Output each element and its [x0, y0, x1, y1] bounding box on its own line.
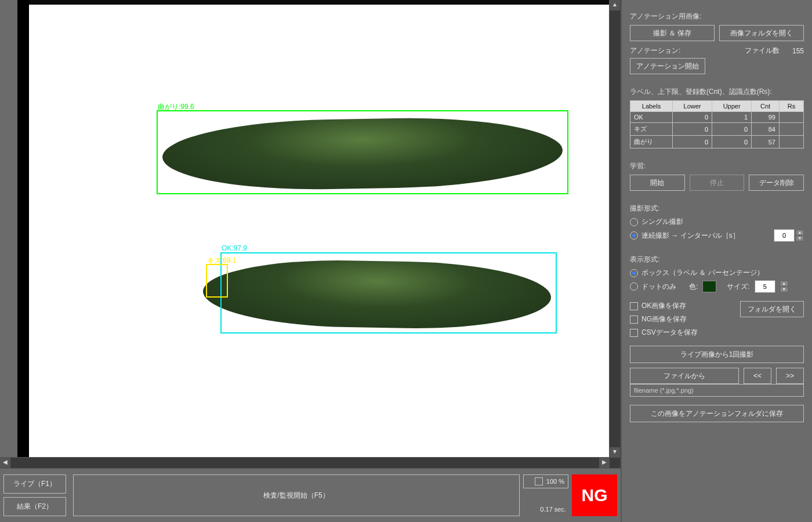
detection-label: キズ:69.1	[207, 256, 237, 266]
scroll-down-icon[interactable]: ▼	[610, 447, 620, 458]
scroll-right-icon[interactable]: ▶	[599, 458, 610, 468]
learn-label: 学習:	[630, 161, 804, 171]
result-button[interactable]: 結果（F2）	[3, 497, 66, 516]
table-header: Rs	[780, 101, 804, 112]
shot-mode-label: 撮影形式:	[630, 204, 804, 213]
table-header: Cnt	[752, 101, 780, 112]
save-to-annotation-folder-button[interactable]: この画像をアノテーションフォルダに保存	[630, 405, 804, 422]
live-button[interactable]: ライブ（F1）	[3, 474, 66, 494]
color-label: 色:	[689, 282, 698, 292]
save-ok-checkbox[interactable]: OK画像を保存	[630, 301, 698, 311]
scroll-left-icon[interactable]: ◀	[0, 458, 10, 468]
table-header: Upper	[712, 101, 752, 112]
inspect-start-button[interactable]: 検査/監視開始（F5）	[73, 474, 520, 516]
table-header: Labels	[630, 101, 673, 112]
file-count-label: ファイル数	[745, 46, 780, 56]
file-count-value: 155	[784, 47, 804, 55]
table-row[interactable]: OK0199	[630, 112, 804, 123]
detection-box: OK:97.9	[220, 252, 557, 334]
dot-size-input[interactable]	[755, 280, 775, 293]
label-table[interactable]: LabelsLowerUpperCntRs OK0199キズ0084曲がり005…	[630, 100, 804, 148]
inference-time: 0.17 sec.	[523, 488, 568, 516]
next-file-button[interactable]: >>	[776, 368, 804, 384]
shot-continuous-radio[interactable]: 連続撮影 → インターバル［s］	[630, 231, 740, 241]
image-viewer[interactable]: 曲がり:99.6OK:97.9キズ:69.1 ▲ ▼ ◀ ▶	[0, 0, 621, 468]
vertical-scrollbar[interactable]: ▲ ▼	[609, 0, 620, 458]
detection-label: 曲がり:99.6	[158, 102, 194, 112]
detection-box: キズ:69.1	[206, 264, 228, 298]
capture-save-button[interactable]: 撮影 ＆ 保存	[630, 25, 715, 41]
dot-color-swatch[interactable]	[702, 281, 716, 292]
learn-delete-button[interactable]: データ削除	[749, 175, 804, 191]
image-canvas: 曲がり:99.6OK:97.9キズ:69.1	[17, 0, 609, 458]
open-image-folder-button[interactable]: 画像フォルダを開く	[719, 25, 804, 41]
detection-box: 曲がり:99.6	[157, 110, 568, 194]
annotation-start-button[interactable]: アノテーション開始	[630, 58, 705, 74]
display-dot-radio[interactable]: ドットのみ	[630, 282, 676, 292]
learn-stop-button: 停止	[690, 175, 745, 191]
result-status-badge: NG	[572, 474, 617, 516]
size-label: サイズ:	[727, 282, 749, 292]
horizontal-scrollbar[interactable]: ◀ ▶	[0, 457, 610, 468]
table-header: Lower	[672, 101, 712, 112]
filename-field[interactable]: filename (*.jpg,*.png)	[630, 384, 804, 397]
interval-spinner[interactable]: ▲▼	[796, 230, 804, 241]
bottom-bar: ライブ（F1） 結果（F2） 検査/監視開始（F5） 100 % 0.17 se…	[0, 468, 621, 522]
save-csv-checkbox[interactable]: CSVデータを保存	[630, 328, 698, 338]
side-panel: アノテーション用画像: 撮影 ＆ 保存 画像フォルダを開く アノテーション: フ…	[621, 0, 812, 522]
zoom-checkbox[interactable]	[535, 477, 543, 485]
annotation-image-label: アノテーション用画像:	[630, 12, 804, 21]
zoom-value: 100 %	[546, 478, 564, 485]
from-file-button[interactable]: ファイルから	[630, 368, 739, 384]
annotation-label: アノテーション:	[630, 46, 680, 56]
save-ng-checkbox[interactable]: NG画像を保存	[630, 314, 698, 324]
label-table-header: ラベル、上下限、登録数(Cnt)、認識点数(Rs):	[630, 87, 804, 97]
detection-label: OK:97.9	[222, 244, 247, 252]
prev-file-button[interactable]: <<	[744, 368, 771, 384]
interval-input[interactable]	[774, 229, 795, 242]
shot-single-radio[interactable]: シングル撮影	[630, 217, 683, 227]
display-mode-label: 表示形式:	[630, 255, 804, 264]
scroll-up-icon[interactable]: ▲	[610, 0, 620, 10]
inspect-start-label: 検査/監視開始（F5）	[263, 491, 329, 501]
zoom-control[interactable]: 100 %	[523, 474, 568, 488]
dot-size-spinner[interactable]: ▲▼	[780, 281, 788, 292]
open-save-folder-button[interactable]: フォルダを開く	[740, 301, 804, 317]
table-row[interactable]: キズ0084	[630, 123, 804, 136]
live-single-capture-button[interactable]: ライブ画像から1回撮影	[630, 346, 804, 363]
display-box-radio[interactable]: ボックス（ラベル ＆ パーセンテージ）	[630, 268, 764, 278]
table-row[interactable]: 曲がり0057	[630, 136, 804, 148]
learn-start-button[interactable]: 開始	[630, 175, 685, 191]
